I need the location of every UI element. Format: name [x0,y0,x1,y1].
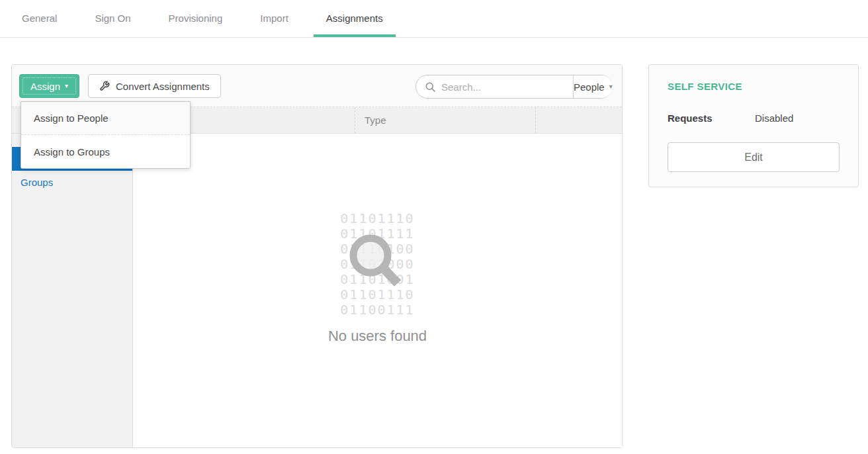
menu-item-assign-to-people[interactable]: Assign to People [21,102,190,135]
requests-status-value: Disabled [755,113,793,124]
assign-button[interactable]: Assign ▾ [19,74,79,98]
chevron-down-icon: ▾ [65,83,68,89]
assign-button-label: Assign [30,81,60,92]
tab-general[interactable]: General [9,0,69,37]
search-scope-dropdown[interactable]: People ▾ [574,75,613,98]
magnifier-icon [341,228,408,294]
app-tab-bar: General Sign On Provisioning Import Assi… [0,0,868,38]
assignments-toolbar: Assign ▾ Convert Assignments People ▾ [12,65,622,107]
requests-label: Requests [668,113,755,124]
binary-line: 01101110 [133,211,622,226]
assignments-panel: Assign ▾ Convert Assignments People ▾ [11,64,623,448]
search-pill: People ▾ [415,75,613,99]
empty-state-message: No users found [133,328,622,345]
assign-dropdown-menu: Assign to People Assign to Groups [21,101,191,169]
tab-assignments[interactable]: Assignments [314,0,396,37]
search-icon [425,81,436,93]
column-header-type: Type [365,107,386,134]
convert-assignments-label: Convert Assignments [116,81,210,92]
binary-line: 01100111 [133,302,622,318]
tab-sign-on[interactable]: Sign On [82,0,143,37]
chevron-down-icon: ▾ [609,83,613,90]
search-input[interactable] [441,81,573,93]
sidebar-item-groups[interactable]: Groups [12,171,132,195]
menu-item-assign-to-groups[interactable]: Assign to Groups [21,135,190,168]
search-box [416,75,574,98]
empty-results-area: 01101110 01101111 01110100 01101000 0110… [133,134,622,447]
self-service-title: SELF SERVICE [668,81,840,92]
edit-button[interactable]: Edit [668,142,840,172]
column-divider [535,107,536,133]
assignment-filter-sidebar: People Groups [12,134,133,447]
wrench-icon [99,81,110,91]
tab-provisioning[interactable]: Provisioning [156,0,236,37]
tab-import[interactable]: Import [247,0,301,37]
convert-assignments-button[interactable]: Convert Assignments [88,74,221,98]
requests-row: Requests Disabled [668,113,840,124]
self-service-panel: SELF SERVICE Requests Disabled Edit [648,64,859,187]
search-scope-value: People [574,81,605,93]
column-divider [355,107,355,133]
